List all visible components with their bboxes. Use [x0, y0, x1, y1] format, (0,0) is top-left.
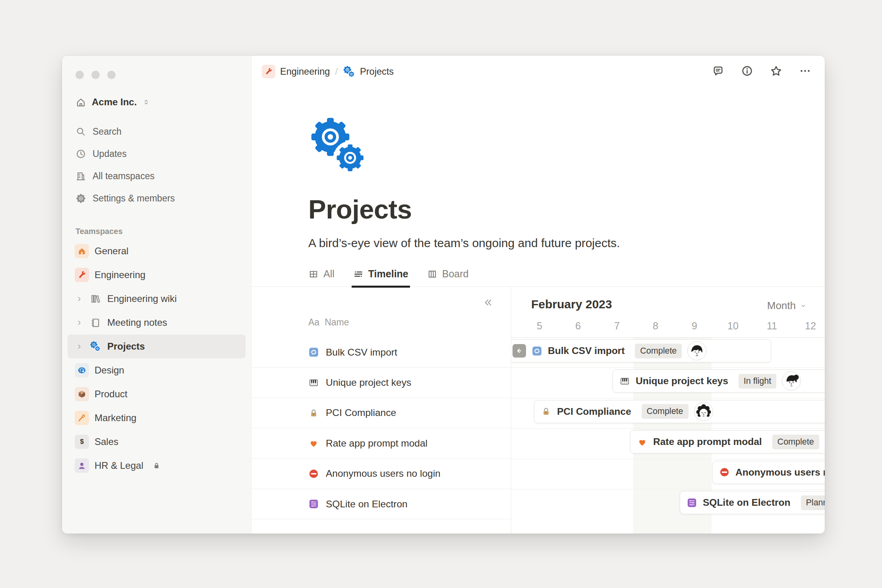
sidebar-item-marketing[interactable]: Marketing — [68, 406, 246, 430]
chevron-right-icon[interactable] — [75, 295, 83, 303]
close-window-button[interactable] — [75, 71, 84, 79]
zoom-window-button[interactable] — [107, 71, 116, 79]
comments-icon — [712, 65, 724, 79]
favorite-icon — [770, 65, 782, 79]
package-icon — [75, 387, 89, 401]
svg-text:$: $ — [80, 438, 83, 445]
timeline-bar[interactable]: Anonymous users no login — [712, 461, 825, 484]
sidebar-item-sales[interactable]: $Sales — [68, 430, 246, 454]
row-name: PCI Compliance — [326, 407, 396, 418]
sidebar-item-hr-legal[interactable]: HR & Legal — [68, 454, 246, 478]
status-badge: Complete — [635, 344, 682, 358]
sidebar-item-engineering-wiki[interactable]: Engineering wiki — [68, 287, 246, 311]
tab-timeline[interactable]: Timeline — [353, 268, 408, 286]
table-row[interactable]: SQLite on Electron — [251, 489, 511, 519]
table-row[interactable]: Unique project keys — [251, 368, 511, 398]
chevron-right-icon[interactable] — [75, 343, 83, 350]
heart-icon — [637, 437, 648, 447]
teamspaces-list: General Engineering Engineering wiki Mee… — [62, 239, 251, 478]
day-tick-label: 10 — [724, 320, 742, 332]
sync-icon — [308, 347, 319, 358]
app-window: Acme Inc. Search Updates All teamspaces … — [62, 56, 825, 534]
sidebar-item-all-teamspaces[interactable]: All teamspaces — [62, 165, 251, 187]
tab-label: Timeline — [368, 268, 408, 280]
sidebar-item-projects[interactable]: Projects — [68, 335, 246, 358]
bar-name: PCI Compliance — [557, 406, 631, 417]
building-icon — [75, 171, 86, 182]
table-row[interactable]: Bulk CSV import — [251, 337, 511, 368]
tab-board[interactable]: Board — [427, 268, 469, 286]
minimize-window-button[interactable] — [91, 71, 100, 79]
table-row[interactable]: PCI Compliance — [251, 398, 511, 428]
row-divider — [511, 398, 825, 398]
notebook-icon — [89, 317, 102, 328]
view-tabs: All Timeline Board — [251, 250, 825, 287]
sidebar-item-label: Settings & members — [93, 193, 175, 204]
main-area: Engineering / Projects Projects A bird’s… — [251, 56, 825, 534]
timeline-zoom-select[interactable]: Month — [767, 300, 807, 312]
sidebar-item-updates[interactable]: Updates — [62, 143, 251, 165]
sidebar-item-product[interactable]: Product — [68, 382, 246, 406]
sidebar-item-meeting-notes[interactable]: Meeting notes — [68, 311, 246, 335]
timeline-bar[interactable]: Bulk CSV importComplete — [511, 339, 771, 362]
sidebar: Acme Inc. Search Updates All teamspaces … — [62, 56, 251, 534]
sidebar-item-settings-members[interactable]: Settings & members — [62, 187, 251, 209]
breadcrumb-item-projects[interactable]: Projects — [343, 66, 394, 78]
chevron-right-icon[interactable] — [75, 319, 83, 327]
name-column-header[interactable]: Aa Name — [308, 317, 349, 328]
sidebar-item-engineering[interactable]: Engineering — [68, 263, 246, 287]
day-tick-label: 9 — [686, 320, 703, 332]
workspace-switcher[interactable]: Acme Inc. — [75, 93, 246, 112]
clock-icon — [75, 149, 86, 159]
breadcrumb-separator: / — [335, 66, 338, 77]
sidebar-item-search[interactable]: Search — [62, 120, 251, 143]
table-view-icon — [308, 269, 319, 279]
sidebar-item-design[interactable]: Design — [68, 358, 246, 382]
favorite-button[interactable] — [770, 65, 782, 79]
timeline-view-icon — [353, 269, 364, 279]
table-row[interactable]: Rate app prompt modal — [251, 428, 511, 458]
timeline-bar[interactable]: Rate app prompt modalComplete — [630, 430, 825, 453]
abacus-icon — [687, 497, 697, 508]
timeline-bar[interactable]: Unique project keysIn flight — [613, 369, 825, 393]
tab-label: Board — [442, 268, 469, 280]
day-tick-label: 5 — [531, 320, 548, 332]
page-content: Projects A bird’s-eye view of the team’s… — [251, 87, 825, 534]
assignee-avatar — [782, 371, 801, 391]
lock-icon — [541, 406, 551, 417]
teamspace-label: Projects — [107, 341, 145, 352]
collapse-panel-button[interactable] — [483, 297, 493, 309]
sidebar-item-general[interactable]: General — [68, 239, 246, 263]
bar-name: SQLite on Electron — [703, 497, 791, 508]
name-header-label: Name — [325, 317, 349, 328]
breadcrumb-item-engineering[interactable]: Engineering — [262, 65, 330, 78]
scroll-to-bar-button[interactable] — [513, 344, 526, 358]
zoom-label: Month — [767, 300, 796, 312]
timeline-panel: February 2023 Month 56789101112 Bulk CSV… — [511, 287, 825, 534]
day-tick-label: 8 — [647, 320, 664, 332]
page-gears-icon[interactable] — [308, 116, 371, 176]
more-button[interactable] — [799, 65, 811, 79]
board-view-icon — [427, 269, 437, 279]
search-icon — [75, 126, 86, 137]
chevron-down-icon — [800, 303, 807, 309]
dollar-icon: $ — [75, 435, 89, 449]
tab-all[interactable]: All — [308, 268, 335, 286]
wrench-icon — [262, 65, 275, 78]
noentry-icon — [719, 467, 730, 478]
info-button[interactable] — [741, 65, 753, 79]
timeline-bar[interactable]: SQLite on ElectronPlanned — [680, 491, 825, 514]
table-row[interactable]: Anonymous users no login — [251, 459, 511, 489]
teamspace-label: Engineering wiki — [107, 293, 177, 304]
teamspace-label: Design — [95, 365, 124, 376]
row-name: SQLite on Electron — [326, 499, 408, 510]
timeline-bar[interactable]: PCI ComplianceComplete — [534, 400, 825, 423]
breadcrumb: Engineering / Projects — [262, 65, 394, 78]
teamspace-label: Product — [95, 389, 128, 400]
comments-button[interactable] — [712, 65, 724, 79]
status-badge: Complete — [642, 404, 689, 419]
status-badge: In flight — [739, 374, 776, 389]
piano-icon — [308, 377, 319, 388]
timeline-view: Aa Name Bulk CSV import Unique project k… — [251, 287, 825, 534]
mic-icon — [75, 411, 89, 425]
